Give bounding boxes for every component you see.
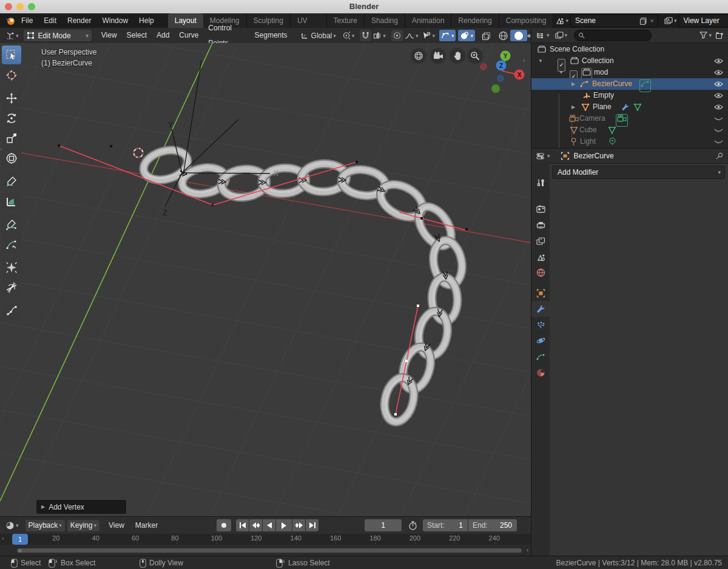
menu-view[interactable]: View <box>96 28 122 43</box>
proportional-falloff-dropdown[interactable]: ▾ <box>403 30 420 41</box>
view-layer-browse-button[interactable]: ▾ <box>662 15 679 27</box>
workspace-tab-animation[interactable]: Animation <box>405 13 451 28</box>
editor-type-button[interactable]: ▾ <box>4 30 21 41</box>
workspace-tab-sculpting[interactable]: Sculpting <box>247 13 291 28</box>
tool-transform[interactable] <box>2 149 21 167</box>
jump-to-end-button[interactable] <box>306 519 318 531</box>
timeline-ruler[interactable]: › 1 20406080100120140160180200220240 <box>0 534 531 545</box>
timeline-track[interactable]: ‹ <box>0 545 531 556</box>
tab-scene[interactable] <box>531 249 550 265</box>
stopwatch-icon[interactable] <box>406 520 419 531</box>
expand-region-icon[interactable]: › <box>2 535 4 542</box>
prev-keyframe-button[interactable] <box>249 519 262 531</box>
shading-wireframe-button[interactable] <box>496 30 510 41</box>
disclosure-triangle[interactable]: ▶ <box>571 101 575 113</box>
outliner-search-input[interactable] <box>574 30 652 41</box>
current-frame-field[interactable]: 1 <box>365 519 402 531</box>
zoom-view-button[interactable] <box>467 48 483 64</box>
pivot-point-dropdown[interactable]: ▾ <box>340 30 357 41</box>
transform-orientation-dropdown[interactable]: Global ▾ <box>298 30 338 41</box>
mode-dropdown[interactable]: Edit Mode ▾ <box>24 30 92 41</box>
menu-select[interactable]: Select <box>122 28 152 43</box>
playback-dropdown[interactable]: Playback ▾ <box>25 520 65 531</box>
scene-name-field[interactable]: Scene × <box>570 15 658 27</box>
tool-measure[interactable] <box>2 192 21 210</box>
tool-tilt[interactable] <box>2 258 21 277</box>
add-vertex-panel[interactable]: ▶ Add Vertex <box>36 500 126 514</box>
workspace-tab-shading[interactable]: Shading <box>365 13 405 28</box>
snap-settings-dropdown[interactable]: ▾ <box>371 30 388 41</box>
tab-material[interactable] <box>531 365 550 380</box>
tool-rotate[interactable] <box>2 109 21 127</box>
disclosure-triangle[interactable]: ▼ <box>559 67 564 78</box>
tool-cursor[interactable] <box>2 66 21 84</box>
tab-modifiers[interactable] <box>531 301 550 317</box>
play-reverse-button[interactable] <box>263 519 275 531</box>
new-scene-icon[interactable] <box>639 17 647 25</box>
tab-tool[interactable] <box>531 175 550 190</box>
workspace-tab-rendering[interactable]: Rendering <box>451 13 499 28</box>
workspace-tab-compositing[interactable]: Compositing <box>499 13 554 28</box>
collapse-region-icon[interactable]: ‹ <box>527 547 528 553</box>
tool-curve-pen[interactable] <box>2 235 21 254</box>
outliner-row-beziercurve[interactable]: ▶ BezierCurve <box>531 78 728 90</box>
outliner-display-mode-dropdown[interactable]: ▾ <box>534 30 551 41</box>
tab-physics[interactable] <box>531 332 550 348</box>
tab-output[interactable] <box>531 217 550 233</box>
toggle-perspective-button[interactable] <box>411 48 426 64</box>
play-button[interactable] <box>276 519 292 531</box>
new-collection-button[interactable] <box>713 30 726 41</box>
workspace-tab-layout[interactable]: Layout <box>168 13 203 28</box>
toggle-xray-button[interactable] <box>480 30 493 41</box>
pin-icon[interactable] <box>715 152 724 160</box>
unlink-scene-icon[interactable]: × <box>647 17 657 24</box>
next-keyframe-button[interactable] <box>292 519 305 531</box>
workspace-tab-texture-paint[interactable]: Texture Paint <box>327 13 365 28</box>
menu-timeline-marker[interactable]: Marker <box>130 518 163 533</box>
scene-browse-button[interactable]: ▾ <box>553 15 570 27</box>
proportional-editing-button[interactable] <box>391 30 403 41</box>
tab-object-data[interactable] <box>531 349 550 365</box>
tool-shear[interactable] <box>2 278 21 297</box>
menu-edit[interactable]: Edit <box>38 13 62 28</box>
outliner-row-camera[interactable]: Camera <box>531 113 728 124</box>
tool-scale[interactable] <box>2 129 21 147</box>
view-layer-field[interactable]: View Layer × <box>678 15 728 27</box>
shading-solid-button[interactable] <box>510 30 527 41</box>
menu-file[interactable]: File <box>16 13 38 28</box>
outliner-row-light[interactable]: Light <box>531 136 728 147</box>
record-button[interactable] <box>217 519 231 531</box>
tab-render[interactable] <box>531 201 550 217</box>
outliner-filter-id-dropdown[interactable]: ▾ <box>553 30 570 41</box>
playhead[interactable]: 1 <box>12 534 28 545</box>
menu-segments[interactable]: Segments <box>250 28 292 43</box>
tool-draw[interactable] <box>2 215 21 234</box>
disclosure-triangle[interactable]: ▶ <box>571 78 575 90</box>
keying-dropdown[interactable]: Keying ▾ <box>67 520 99 531</box>
outliner-row-mod[interactable]: ▼ ✓ mod <box>531 67 728 78</box>
xray-settings-toggle[interactable]: ▾ <box>458 30 475 41</box>
tool-extrude-cursor[interactable] <box>2 301 21 320</box>
outliner-filter-dropdown[interactable]: ▾ <box>698 30 713 41</box>
tool-move[interactable] <box>2 89 21 107</box>
pan-view-button[interactable] <box>450 48 465 64</box>
tab-view-layer[interactable] <box>531 233 550 249</box>
timeline-editor-type-button[interactable]: ▾ <box>4 520 21 531</box>
show-gizmo-dropdown[interactable]: ▾ <box>420 30 437 41</box>
outliner-row-cube[interactable]: Cube <box>531 124 728 136</box>
viewport-3d[interactable]: Y Z X <box>0 43 531 516</box>
workspace-tab-uv-editing[interactable]: UV Editing <box>291 13 327 28</box>
snap-toggle-button[interactable] <box>360 30 371 41</box>
tab-object[interactable] <box>531 285 550 301</box>
menu-curve[interactable]: Curve <box>174 28 203 43</box>
menu-timeline-view[interactable]: View <box>103 518 130 533</box>
tab-particles[interactable] <box>531 317 550 333</box>
start-frame-field[interactable]: Start: 1 <box>423 519 468 531</box>
menu-window[interactable]: Window <box>96 13 133 28</box>
tool-select-box[interactable] <box>2 45 21 64</box>
add-modifier-dropdown[interactable]: Add Modifier ▾ <box>552 166 725 179</box>
end-frame-field[interactable]: End: 250 <box>468 519 517 531</box>
menu-add[interactable]: Add <box>152 28 174 43</box>
timeline-scrollbar[interactable] <box>17 548 522 553</box>
jump-to-start-button[interactable] <box>236 519 249 531</box>
